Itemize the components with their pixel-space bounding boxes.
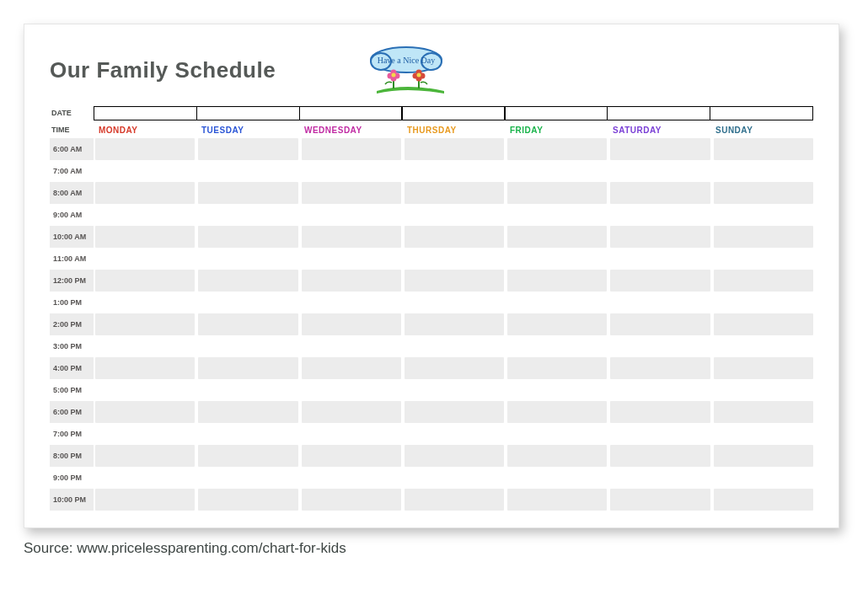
schedule-cell[interactable] bbox=[610, 204, 710, 226]
schedule-cell[interactable] bbox=[302, 335, 401, 357]
date-input-wednesday[interactable] bbox=[299, 106, 403, 120]
schedule-cell[interactable] bbox=[610, 138, 710, 160]
schedule-cell[interactable] bbox=[610, 270, 710, 292]
schedule-cell[interactable] bbox=[95, 292, 195, 313]
schedule-cell[interactable] bbox=[198, 357, 297, 379]
schedule-cell[interactable] bbox=[198, 335, 297, 357]
schedule-cell[interactable] bbox=[405, 357, 504, 379]
schedule-cell[interactable] bbox=[95, 138, 195, 160]
schedule-cell[interactable] bbox=[405, 182, 504, 204]
schedule-cell[interactable] bbox=[714, 423, 813, 445]
schedule-cell[interactable] bbox=[95, 313, 195, 335]
schedule-cell[interactable] bbox=[714, 248, 813, 270]
schedule-cell[interactable] bbox=[405, 445, 504, 467]
schedule-cell[interactable] bbox=[610, 248, 710, 270]
schedule-cell[interactable] bbox=[714, 467, 813, 489]
date-input-tuesday[interactable] bbox=[196, 106, 300, 120]
schedule-cell[interactable] bbox=[95, 401, 195, 423]
schedule-cell[interactable] bbox=[302, 445, 401, 467]
schedule-cell[interactable] bbox=[714, 160, 813, 182]
schedule-cell[interactable] bbox=[610, 226, 710, 248]
schedule-cell[interactable] bbox=[198, 138, 297, 160]
schedule-cell[interactable] bbox=[198, 401, 297, 423]
schedule-cell[interactable] bbox=[714, 226, 813, 248]
schedule-cell[interactable] bbox=[507, 204, 607, 226]
schedule-cell[interactable] bbox=[405, 270, 504, 292]
schedule-cell[interactable] bbox=[95, 357, 195, 379]
schedule-cell[interactable] bbox=[302, 489, 401, 511]
schedule-cell[interactable] bbox=[610, 182, 710, 204]
date-input-sunday[interactable] bbox=[710, 106, 813, 120]
schedule-cell[interactable] bbox=[405, 226, 504, 248]
schedule-cell[interactable] bbox=[610, 292, 710, 313]
schedule-cell[interactable] bbox=[507, 292, 607, 313]
schedule-cell[interactable] bbox=[507, 467, 607, 489]
schedule-cell[interactable] bbox=[95, 248, 195, 270]
schedule-cell[interactable] bbox=[95, 160, 195, 182]
schedule-cell[interactable] bbox=[507, 401, 607, 423]
schedule-cell[interactable] bbox=[302, 182, 401, 204]
schedule-cell[interactable] bbox=[405, 160, 504, 182]
schedule-cell[interactable] bbox=[405, 335, 504, 357]
schedule-cell[interactable] bbox=[610, 423, 710, 445]
schedule-cell[interactable] bbox=[302, 138, 401, 160]
date-input-monday[interactable] bbox=[94, 106, 197, 120]
schedule-cell[interactable] bbox=[95, 467, 195, 489]
schedule-cell[interactable] bbox=[302, 423, 401, 445]
schedule-cell[interactable] bbox=[507, 182, 607, 204]
schedule-cell[interactable] bbox=[507, 138, 607, 160]
schedule-cell[interactable] bbox=[714, 445, 813, 467]
schedule-cell[interactable] bbox=[95, 270, 195, 292]
schedule-cell[interactable] bbox=[405, 204, 504, 226]
schedule-cell[interactable] bbox=[95, 445, 195, 467]
schedule-cell[interactable] bbox=[198, 292, 297, 313]
schedule-cell[interactable] bbox=[507, 335, 607, 357]
schedule-cell[interactable] bbox=[302, 204, 401, 226]
schedule-cell[interactable] bbox=[198, 160, 297, 182]
schedule-cell[interactable] bbox=[405, 379, 504, 401]
schedule-cell[interactable] bbox=[610, 313, 710, 335]
schedule-cell[interactable] bbox=[198, 313, 297, 335]
schedule-cell[interactable] bbox=[95, 335, 195, 357]
schedule-cell[interactable] bbox=[714, 182, 813, 204]
schedule-cell[interactable] bbox=[405, 467, 504, 489]
schedule-cell[interactable] bbox=[198, 445, 297, 467]
schedule-cell[interactable] bbox=[610, 379, 710, 401]
schedule-cell[interactable] bbox=[302, 292, 401, 313]
schedule-cell[interactable] bbox=[610, 160, 710, 182]
schedule-cell[interactable] bbox=[302, 270, 401, 292]
schedule-cell[interactable] bbox=[714, 357, 813, 379]
schedule-cell[interactable] bbox=[507, 313, 607, 335]
schedule-cell[interactable] bbox=[714, 138, 813, 160]
schedule-cell[interactable] bbox=[198, 467, 297, 489]
schedule-cell[interactable] bbox=[302, 313, 401, 335]
schedule-cell[interactable] bbox=[507, 489, 607, 511]
schedule-cell[interactable] bbox=[302, 401, 401, 423]
schedule-cell[interactable] bbox=[610, 335, 710, 357]
schedule-cell[interactable] bbox=[507, 248, 607, 270]
schedule-cell[interactable] bbox=[714, 313, 813, 335]
schedule-cell[interactable] bbox=[302, 357, 401, 379]
schedule-cell[interactable] bbox=[507, 357, 607, 379]
schedule-cell[interactable] bbox=[405, 489, 504, 511]
schedule-cell[interactable] bbox=[95, 489, 195, 511]
schedule-cell[interactable] bbox=[610, 401, 710, 423]
schedule-cell[interactable] bbox=[610, 489, 710, 511]
schedule-cell[interactable] bbox=[405, 313, 504, 335]
schedule-cell[interactable] bbox=[95, 379, 195, 401]
schedule-cell[interactable] bbox=[302, 160, 401, 182]
schedule-cell[interactable] bbox=[405, 292, 504, 313]
schedule-cell[interactable] bbox=[610, 357, 710, 379]
schedule-cell[interactable] bbox=[507, 160, 607, 182]
schedule-cell[interactable] bbox=[198, 379, 297, 401]
date-input-friday[interactable] bbox=[504, 106, 608, 120]
schedule-cell[interactable] bbox=[714, 401, 813, 423]
schedule-cell[interactable] bbox=[610, 467, 710, 489]
schedule-cell[interactable] bbox=[302, 467, 401, 489]
date-input-thursday[interactable] bbox=[401, 106, 505, 120]
schedule-cell[interactable] bbox=[405, 423, 504, 445]
schedule-cell[interactable] bbox=[507, 423, 607, 445]
schedule-cell[interactable] bbox=[714, 335, 813, 357]
date-input-saturday[interactable] bbox=[607, 106, 710, 120]
schedule-cell[interactable] bbox=[714, 292, 813, 313]
